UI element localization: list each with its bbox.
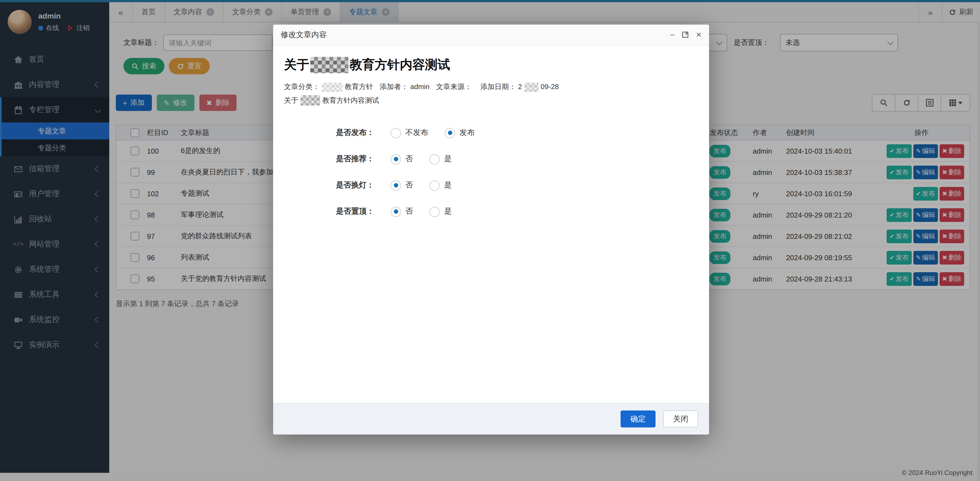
form-row: 是否推荐： 否是 (284, 146, 698, 172)
edit-article-modal: 修改文章内容 − × 关于 教育方针内容测试 文章分类： 教育方针 添加者： (273, 25, 709, 435)
article-meta: 文章分类： 教育方针 添加者： admin 文章来源： 添加日期： 2 09-2… (284, 81, 698, 93)
modal-form: 是否发布： 不发布发布 是否推荐： 否是 是否换灯： 否是 是否置顶： 否是 (284, 120, 698, 225)
radio-option-label: 否 (405, 180, 413, 190)
radio-option-label: 是 (444, 154, 452, 164)
radio-option[interactable]: 否 (391, 206, 413, 217)
minimize-button[interactable]: − (670, 30, 675, 39)
radio-unselected-icon[interactable] (391, 127, 401, 138)
radio-option[interactable]: 是 (430, 154, 452, 164)
modal-title: 修改文章内容 (281, 30, 327, 40)
form-row-label: 是否换灯： (284, 180, 374, 190)
expand-icon (682, 31, 689, 38)
app-window: admin 在线 注销 首页 内容管理 (0, 0, 980, 481)
form-row-label: 是否置顶： (284, 207, 374, 217)
form-row-label: 是否发布： (284, 128, 374, 138)
censored-block (310, 57, 348, 73)
radio-selected-icon[interactable] (391, 154, 401, 164)
radio-option-label: 是 (444, 207, 452, 217)
radio-option[interactable]: 是 (430, 180, 452, 191)
radio-option-label: 否 (405, 154, 413, 164)
form-row: 是否置顶： 否是 (284, 198, 698, 225)
radio-selected-icon[interactable] (391, 180, 401, 191)
form-row-label: 是否推荐： (284, 154, 374, 164)
radio-option[interactable]: 发布 (445, 127, 475, 138)
article-author: admin (410, 81, 430, 93)
radio-selected-icon[interactable] (445, 127, 455, 138)
modal-footer: 确定 关闭 (273, 403, 709, 435)
radio-option[interactable]: 不发布 (391, 127, 428, 138)
radio-option-label: 否 (405, 207, 413, 217)
censored-block (301, 95, 320, 105)
radio-unselected-icon[interactable] (430, 180, 440, 191)
article-date: 09-28 (541, 81, 559, 93)
radio-option-label: 是 (444, 180, 452, 190)
radio-option[interactable]: 是 (430, 206, 452, 217)
censored-block (524, 82, 538, 92)
modal-body: 关于 教育方针内容测试 文章分类： 教育方针 添加者： admin 文章来源： … (273, 45, 709, 403)
radio-option[interactable]: 否 (391, 154, 413, 164)
close-modal-button[interactable]: 关闭 (663, 411, 698, 427)
confirm-button[interactable]: 确定 (620, 411, 655, 427)
form-row: 是否换灯： 否是 (284, 172, 698, 198)
radio-unselected-icon[interactable] (430, 154, 440, 164)
modal-header[interactable]: 修改文章内容 − × (273, 25, 709, 45)
radio-selected-icon[interactable] (391, 206, 401, 217)
radio-option-label: 不发布 (405, 128, 428, 138)
radio-option[interactable]: 否 (391, 180, 413, 191)
close-button[interactable]: × (696, 30, 702, 39)
article-body-line: 关于 教育方针内容测试 (284, 95, 698, 105)
censored-block (322, 82, 342, 92)
form-row: 是否发布： 不发布发布 (284, 120, 698, 146)
maximize-button[interactable] (682, 31, 689, 38)
article-title: 关于 教育方针内容测试 (284, 56, 698, 73)
radio-option-label: 发布 (460, 128, 475, 138)
radio-unselected-icon[interactable] (430, 206, 440, 217)
